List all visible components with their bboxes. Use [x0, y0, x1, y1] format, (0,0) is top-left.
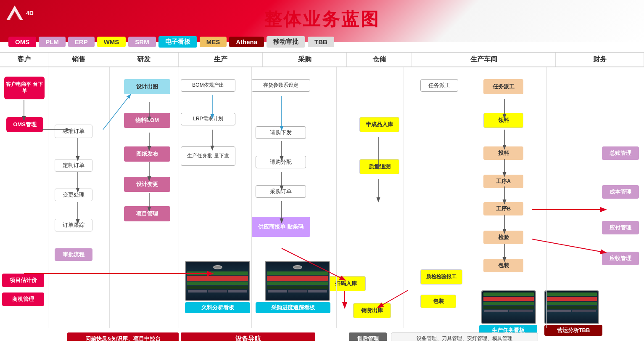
shortage-kanban-label: 欠料分析看板	[185, 302, 250, 313]
task-assign2-box: 任务派工	[483, 79, 523, 94]
tab-mes[interactable]: MES	[200, 37, 227, 47]
main-content: 客户电商平 台下单 OMS管理 标准订单 定制订单 变更处理 订单跟踪 审批流程…	[0, 67, 644, 341]
design-nav-bar: 设备导航	[181, 332, 315, 341]
packaging-wh-box: 包装	[420, 295, 456, 308]
customer-platform-box: 客户电商平 台下单	[4, 77, 45, 99]
purchase-order-box: 请购下发	[256, 126, 306, 139]
quality-check-box: 质检检验报工	[420, 269, 462, 285]
total-account-box: 总账管理	[602, 146, 639, 160]
biz-mgmt-box: 商机管理	[2, 293, 44, 306]
col-purchase: 采购	[263, 53, 347, 66]
col-divider-4	[251, 67, 252, 328]
input-material-box: 投料	[483, 146, 523, 160]
svg-line-29	[532, 239, 605, 253]
cost-mgmt-box: 成本管理	[602, 185, 639, 199]
tab-wms[interactable]: WMS	[97, 37, 126, 47]
col-sales: 销售	[48, 53, 109, 66]
material-pick-box: 领料	[483, 113, 523, 128]
semi-instock-box: 半成品入库	[359, 117, 399, 132]
material-bom-box: 物料BOM	[124, 113, 170, 128]
tab-athena[interactable]: Athena	[229, 37, 264, 47]
design-drawing-box: 设计出图	[124, 79, 170, 94]
col-workshop: 生产车间	[412, 53, 556, 66]
ops-analysis-screen	[544, 290, 599, 324]
purchase-alloc-box: 请购分配	[256, 156, 306, 168]
col-divider-1	[48, 67, 48, 328]
drawing-release-box: 图纸发布	[124, 146, 170, 162]
logo-icon	[4, 3, 25, 22]
col-customer: 客户	[0, 53, 48, 66]
tab-srm[interactable]: SRM	[128, 37, 156, 47]
supplier-receive-box: 供应商接单 贴条码	[251, 217, 310, 237]
custom-order-box: 定制订单	[55, 159, 92, 172]
scan-instock-box: 扫码入库	[326, 276, 366, 291]
logo-number: 4D	[26, 10, 34, 16]
inventory-param-box: 存货参数系设定	[251, 79, 310, 92]
col-production: 生产	[179, 53, 263, 66]
prod-task-kanban-screen	[481, 290, 536, 324]
approval-flow-box: 审批流程	[55, 248, 92, 261]
col-divider-5	[336, 67, 337, 328]
inspection-box: 检验	[483, 231, 523, 244]
shortage-kanban-screen	[185, 261, 250, 301]
sales-out-box: 销货出库	[353, 303, 391, 318]
change-process-box: 变更处理	[55, 189, 92, 201]
lrp-plan-box: LRP需求计划	[181, 113, 235, 125]
oms-mgmt-box: OMS管理	[6, 117, 43, 132]
col-warehouse: 仓储	[347, 53, 412, 66]
tab-plm[interactable]: PLM	[39, 37, 66, 47]
receivable-mgmt-box: 应收管理	[602, 252, 639, 265]
ops-analysis-tbb-label: 营运分析TBB	[544, 325, 602, 336]
col-headers: 客户 销售 研发 生产 采购 仓储 生产车间 财务	[0, 52, 644, 67]
after-sales-bar: 售后管理	[349, 332, 387, 341]
tab-mobile-approval[interactable]: 移动审批	[267, 36, 305, 48]
col-divider-2	[109, 67, 110, 328]
design-change-box: 设计变更	[124, 177, 170, 192]
process-a-box: 工序A	[483, 175, 523, 188]
quality-trace-box: 质量追溯	[359, 159, 399, 174]
col-finance: 财务	[556, 53, 644, 66]
col-divider-7	[546, 67, 547, 328]
col-rd: 研发	[109, 53, 179, 66]
process-b-box: 工序B	[483, 202, 523, 215]
tab-ekanban[interactable]: 电子看板	[158, 36, 197, 48]
payable-mgmt-box: 应付管理	[602, 221, 639, 234]
tab-tbb[interactable]: TBB	[308, 37, 334, 47]
project-mgmt-box: 项目管理	[124, 206, 170, 221]
tab-oms[interactable]: OMS	[8, 37, 36, 47]
purchase-contract-box: 采购订单	[256, 185, 306, 198]
purchase-kanban-label: 采购进度追踪看板	[256, 302, 330, 313]
tabs-bar: OMS PLM ERP WMS SRM 电子看板 MES Athena 移动审批…	[0, 33, 644, 51]
standard-order-box: 标准订单	[55, 125, 92, 138]
prod-task-batch-box: 生产任务批 量下发	[181, 146, 235, 166]
equipment-mgmt-text: 设备管理、刀具管理、安灯管理、模具管理	[391, 332, 538, 341]
task-assign1-box: 任务派工	[420, 79, 458, 92]
order-track-box: 订单跟踪	[55, 219, 92, 231]
logo-area: 4D	[4, 3, 34, 22]
project-estimate-box: 项目估计价	[2, 274, 44, 287]
col-divider-3	[179, 67, 179, 328]
knowledge-base-bar: 问题快反&知识库、项目中控台	[67, 332, 179, 341]
bom-output-box: BOM依规产出	[181, 79, 235, 92]
tab-erp[interactable]: ERP	[68, 37, 95, 47]
page-title: 整体业务蓝图	[0, 0, 644, 31]
col-divider-6	[404, 67, 404, 328]
packaging2-box: 包装	[483, 259, 523, 272]
purchase-kanban-screen	[265, 261, 330, 301]
